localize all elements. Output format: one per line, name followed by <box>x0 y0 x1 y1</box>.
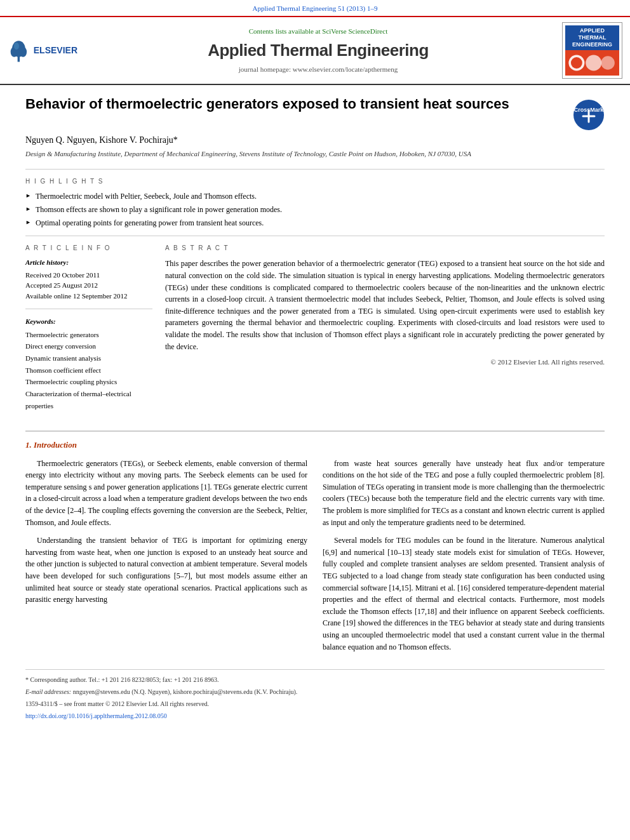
main-content: Behavior of thermoelectric generators ex… <box>0 85 630 736</box>
introduction-body: Thermoelectric generators (TEGs), or See… <box>25 458 605 660</box>
highlight-item: Thomson effects are shown to play a sign… <box>25 204 605 215</box>
svg-rect-0 <box>18 56 20 62</box>
introduction-title: 1. Introduction <box>25 439 605 451</box>
journal-logo-area: APPLIED THERMAL ENGINEERING <box>559 22 622 78</box>
corresponding-author-note: * Corresponding author. Tel.: +1 201 216… <box>25 675 605 684</box>
footer-section: * Corresponding author. Tel.: +1 201 216… <box>25 669 605 721</box>
elsevier-wordmark: ELSEVIER <box>34 44 77 57</box>
article-info-abstract-section: A R T I C L E I N F O Article history: R… <box>25 244 605 418</box>
contents-text: Contents lists available at <box>249 27 321 35</box>
divider-highlights-bottom <box>25 236 605 236</box>
available-date: Available online 12 September 2012 <box>25 291 152 302</box>
crossmark-icon: CrossMark <box>573 99 605 131</box>
intro-para-1: Thermoelectric generators (TEGs), or See… <box>25 458 307 529</box>
title-area: Behavior of thermoelectric generators ex… <box>25 95 563 121</box>
keyword-item: Direct energy conversion <box>25 340 152 352</box>
logo-bottom-graphic <box>565 50 619 76</box>
divider-highlights-top <box>25 169 605 170</box>
authors-line: Nguyen Q. Nguyen, Kishore V. Pochiraju* <box>25 134 605 147</box>
journal-logo-box: APPLIED THERMAL ENGINEERING <box>562 22 622 78</box>
introduction-section: 1. Introduction Thermoelectric generator… <box>25 430 605 659</box>
page: Applied Thermal Engineering 51 (2013) 1–… <box>0 0 630 736</box>
accepted-date: Accepted 25 August 2012 <box>25 280 152 291</box>
article-info-label: A R T I C L E I N F O <box>25 244 152 253</box>
divider-info-keywords <box>25 309 152 309</box>
history-label: Article history: <box>25 258 152 267</box>
logo-top-band: APPLIED THERMAL ENGINEERING <box>565 25 619 50</box>
keywords-block: Keywords: Thermoelectric generators Dire… <box>25 317 152 411</box>
elsevier-logo-area: ELSEVIER <box>8 32 77 70</box>
logo-graphic-icon <box>565 50 619 76</box>
intro-left-col: Thermoelectric generators (TEGs), or See… <box>25 458 307 660</box>
journal-homepage: journal homepage: www.elsevier.com/locat… <box>84 65 553 74</box>
title-row: Behavior of thermoelectric generators ex… <box>25 95 605 134</box>
highlights-list: Thermoelectric model with Peltier, Seebe… <box>25 191 605 228</box>
keywords-list: Thermoelectric generators Direct energy … <box>25 329 152 412</box>
keywords-label: Keywords: <box>25 317 152 326</box>
journal-center-info: Contents lists available at SciVerse Sci… <box>84 27 553 74</box>
journal-title: Applied Thermal Engineering <box>84 39 553 62</box>
journal-header: ELSEVIER Contents lists available at Sci… <box>0 17 630 84</box>
intro-right-col: from waste heat sources generally have u… <box>323 458 605 660</box>
abstract-label: A B S T R A C T <box>165 244 605 253</box>
intro-para-4: Several models for TEG modules can be fo… <box>323 535 605 653</box>
highlight-item: Thermoelectric model with Peltier, Seebe… <box>25 191 605 202</box>
copyright-line: © 2012 Elsevier Ltd. All rights reserved… <box>165 357 605 367</box>
svg-point-9 <box>601 56 614 69</box>
intro-para-3: from waste heat sources generally have u… <box>323 458 605 529</box>
svg-point-4 <box>14 42 19 50</box>
abstract-text: This paper describes the power generatio… <box>165 258 605 352</box>
highlights-section-label: H I G H L I G H T S <box>25 177 605 186</box>
journal-citation: Applied Thermal Engineering 51 (2013) 1–… <box>253 4 378 12</box>
elsevier-tree-icon <box>8 32 30 70</box>
highlight-item: Optimal operating points for generating … <box>25 218 605 229</box>
abstract-column: A B S T R A C T This paper describes the… <box>165 244 605 418</box>
received-date: Received 20 October 2011 <box>25 270 152 281</box>
issn-line: 1359-4311/$ – see front matter © 2012 El… <box>25 699 605 709</box>
article-info-column: A R T I C L E I N F O Article history: R… <box>25 244 152 418</box>
email-note: E-mail addresses: nnguyen@stevens.edu (N… <box>25 687 605 697</box>
doi-line[interactable]: http://dx.doi.org/10.1016/j.applthermale… <box>25 711 605 721</box>
keyword-item: Thermoelectric coupling physics <box>25 376 152 388</box>
sciverse-link[interactable]: SciVerse ScienceDirect <box>322 27 387 35</box>
contents-available-line: Contents lists available at SciVerse Sci… <box>84 27 553 36</box>
keyword-item: Thomson coefficient effect <box>25 364 152 377</box>
top-bar: Applied Thermal Engineering 51 (2013) 1–… <box>0 0 630 17</box>
affiliation-line: Design & Manufacturing Institute, Depart… <box>25 149 605 159</box>
keyword-item: Characterization of thermal–electrical p… <box>25 388 152 411</box>
keyword-item: Thermoelectric generators <box>25 329 152 341</box>
intro-para-2: Understanding the transient behavior of … <box>25 535 307 606</box>
svg-point-7 <box>571 57 582 69</box>
svg-point-3 <box>20 46 27 57</box>
svg-point-8 <box>586 55 601 70</box>
crossmark-badge[interactable]: CrossMark <box>573 99 605 134</box>
article-title: Behavior of thermoelectric generators ex… <box>25 95 563 114</box>
article-history-block: Article history: Received 20 October 201… <box>25 258 152 301</box>
keyword-item: Dynamic transient analysis <box>25 352 152 364</box>
